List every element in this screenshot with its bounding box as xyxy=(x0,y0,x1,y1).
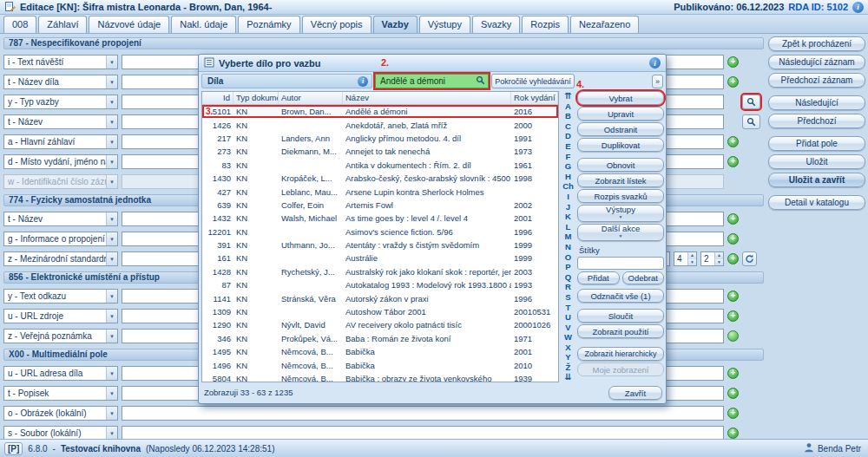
lookup-button[interactable]: 1. xyxy=(742,95,760,109)
tag-add-button[interactable]: Přidat xyxy=(577,271,620,284)
expand-panel-icon[interactable]: » xyxy=(652,75,663,88)
alphabet-letter-c[interactable]: C xyxy=(565,121,571,132)
my-view-button[interactable]: Moje zobrazení xyxy=(577,362,664,376)
jump-to-bottom-icon[interactable]: ⇊ xyxy=(564,373,571,383)
alphabet-letter-t[interactable]: T xyxy=(566,302,571,312)
tab-vecny-popis[interactable]: Věcný popis xyxy=(302,16,372,33)
refresh-list-button[interactable]: Obnovit xyxy=(577,158,664,172)
field-label[interactable]: t - Název▼ xyxy=(3,114,118,129)
add-occurrence-icon[interactable]: + xyxy=(727,136,739,147)
add-occurrence-icon[interactable]: + xyxy=(727,291,739,302)
field-label[interactable]: w - Identifikační číslo záznamu▼ xyxy=(3,174,118,189)
select-button[interactable]: 4. Vybrat xyxy=(577,91,664,105)
spinner-up-icon[interactable]: ▲ xyxy=(688,252,696,259)
tab-poznamky[interactable]: Poznámky xyxy=(238,16,299,33)
table-row[interactable]: 639KNColfer, EoinArtemis Fowl2002 xyxy=(202,199,558,212)
add-field-button[interactable]: Přidat pole xyxy=(768,136,865,151)
table-row[interactable]: 1432KNWalsh, MichaelAs time goes by : le… xyxy=(202,212,558,225)
dropdown-arrow-icon[interactable]: ▼ xyxy=(106,387,117,400)
add-occurrence-icon[interactable]: + xyxy=(727,56,739,68)
dropdown-arrow-icon[interactable]: ▼ xyxy=(106,330,117,343)
add-occurrence-icon[interactable]: + xyxy=(727,408,739,419)
field-input[interactable] xyxy=(122,426,724,439)
search-icon[interactable] xyxy=(476,75,485,87)
field-label[interactable]: t - Název▼ xyxy=(3,212,118,226)
table-row[interactable]: 1428KNRychetský, J...Australský rok jako… xyxy=(202,265,558,278)
field-label[interactable]: g - Informace o propojení▼ xyxy=(3,232,118,246)
table-row[interactable]: 1290KNNývlt, DavidAV receivery okolo pat… xyxy=(202,318,558,331)
alphabet-letter-p[interactable]: P xyxy=(565,262,570,272)
dropdown-arrow-icon[interactable]: ▼ xyxy=(106,55,117,69)
tab-nakl-udaje[interactable]: Nakl. údaje xyxy=(171,16,236,33)
alphabet-letter-x[interactable]: X xyxy=(565,343,570,353)
table-row[interactable]: 346KNProkůpek, Vá...Baba : Román ze živo… xyxy=(202,332,558,345)
add-occurrence-icon[interactable]: + xyxy=(727,213,739,225)
dropdown-arrow-icon[interactable]: ▼ xyxy=(106,310,117,323)
spinner-arrows[interactable]: ▲▼ xyxy=(687,252,696,265)
alphabet-letter-n[interactable]: N xyxy=(565,242,571,252)
dropdown-arrow-icon[interactable]: ▼ xyxy=(106,290,117,303)
field-label[interactable]: t - Popisek▼ xyxy=(3,386,118,401)
alphabet-letter-m[interactable]: M xyxy=(565,232,572,242)
remove-button[interactable]: Odstranit xyxy=(577,122,664,136)
field-input[interactable] xyxy=(122,406,724,421)
alphabet-letter-h[interactable]: H xyxy=(565,172,571,182)
table-row[interactable]: 217KNLanders, AnnAnglicky přímou metodou… xyxy=(202,132,558,145)
next-button[interactable]: Následující xyxy=(768,95,865,110)
field-label[interactable]: z - Veřejná poznámka▼ xyxy=(3,329,118,343)
table-row[interactable]: 391KNUthmann, Jo...Atentáty : vraždy s č… xyxy=(202,238,558,251)
table-row[interactable]: 1426KNAnekdotář, aneb, Zlatá mříž2000 xyxy=(202,118,558,131)
table-row[interactable]: 87KNAutokatalog 1993 : Modelový rok 1993… xyxy=(202,278,558,291)
column-header-id[interactable]: Id xyxy=(202,92,233,104)
table-row[interactable]: 1309KNAutoshow Tábor 200120010531 xyxy=(202,305,558,318)
catalog-detail-button[interactable]: Detail v katalogu xyxy=(768,195,865,210)
alphabet-letter-f[interactable]: F xyxy=(566,152,571,162)
dropdown-arrow-icon[interactable]: ▼ xyxy=(106,212,117,225)
next-record-button[interactable]: Následující záznam xyxy=(768,55,865,69)
add-occurrence-icon[interactable]: + xyxy=(727,428,739,439)
alphabet-letter-a[interactable]: A xyxy=(565,101,571,112)
spinner-down-icon[interactable]: ▼ xyxy=(688,259,696,266)
dropdown-arrow-icon[interactable]: ▼ xyxy=(106,427,117,439)
show-usage-button[interactable]: Zobrazit použití xyxy=(577,324,664,338)
attachment-icon[interactable] xyxy=(727,330,739,342)
dropdown-arrow-icon[interactable]: ▼ xyxy=(106,252,117,265)
alphabet-letter-k[interactable]: K xyxy=(565,212,571,222)
panel-info-icon[interactable]: i xyxy=(358,76,368,87)
show-card-button[interactable]: Zobrazit lístek xyxy=(577,173,664,187)
previous-button[interactable]: Předchozí xyxy=(768,114,865,128)
spinner-down-icon[interactable]: ▼ xyxy=(715,259,723,266)
tag-remove-button[interactable]: Odebrat xyxy=(622,271,665,284)
jump-to-top-icon[interactable]: ⇈ xyxy=(564,91,571,101)
table-row[interactable]: 273KNDiekmann, M...Annejet to tak nenech… xyxy=(202,145,558,158)
alphabet-letter-r[interactable]: R xyxy=(565,282,571,292)
field-label[interactable]: u - URL zdroje▼ xyxy=(3,309,118,323)
column-header-typ-dokume[interactable]: Typ dokume... xyxy=(233,92,279,104)
alphabet-letter-u[interactable]: U xyxy=(565,312,571,323)
alphabet-letter-b[interactable]: B xyxy=(565,111,571,121)
add-occurrence-icon[interactable]: + xyxy=(727,253,739,264)
add-occurrence-icon[interactable]: + xyxy=(727,76,739,88)
table-row[interactable]: 427KNLeblanc, Mau...Arsene Lupin kontra … xyxy=(202,185,558,198)
tab-zahlavi[interactable]: Záhlaví xyxy=(38,16,87,33)
outputs-menu-button[interactable]: Výstupy ▼ xyxy=(577,205,664,222)
field-label[interactable]: y - Typ vazby▼ xyxy=(3,95,118,109)
field-label[interactable]: o - Obrázek (lokální)▼ xyxy=(3,406,118,421)
alphabet-letter-z[interactable]: Ž xyxy=(566,362,571,373)
alphabet-letter-s[interactable]: S xyxy=(565,292,570,303)
more-actions-menu-button[interactable]: Další akce ▼ xyxy=(577,224,664,241)
search-input[interactable]: 2. Andělé a démoni xyxy=(375,74,489,88)
previous-record-button[interactable]: Předchozí záznam xyxy=(768,73,865,88)
table-row[interactable]: 1430KNKropáček, L...Arabsko-český, česko… xyxy=(202,172,558,185)
number-spinner[interactable]: 2▲▼ xyxy=(700,251,724,266)
dialog-info-icon[interactable]: i xyxy=(649,57,661,69)
tab-vystupy[interactable]: Výstupy xyxy=(419,16,470,33)
spinner-arrows[interactable]: ▲▼ xyxy=(714,252,723,265)
table-row[interactable]: 5804KNNěmcová, B...Babička : obrazy ze ž… xyxy=(202,372,558,382)
lookup-button[interactable] xyxy=(742,114,760,129)
edit-button[interactable]: Upravit xyxy=(577,107,664,121)
alphabet-letter-e[interactable]: E xyxy=(565,141,570,152)
dropdown-arrow-icon[interactable]: ▼ xyxy=(106,367,117,380)
column-header-nazev[interactable]: Název xyxy=(343,92,511,104)
tab-rozpis[interactable]: Rozpis xyxy=(522,16,569,33)
